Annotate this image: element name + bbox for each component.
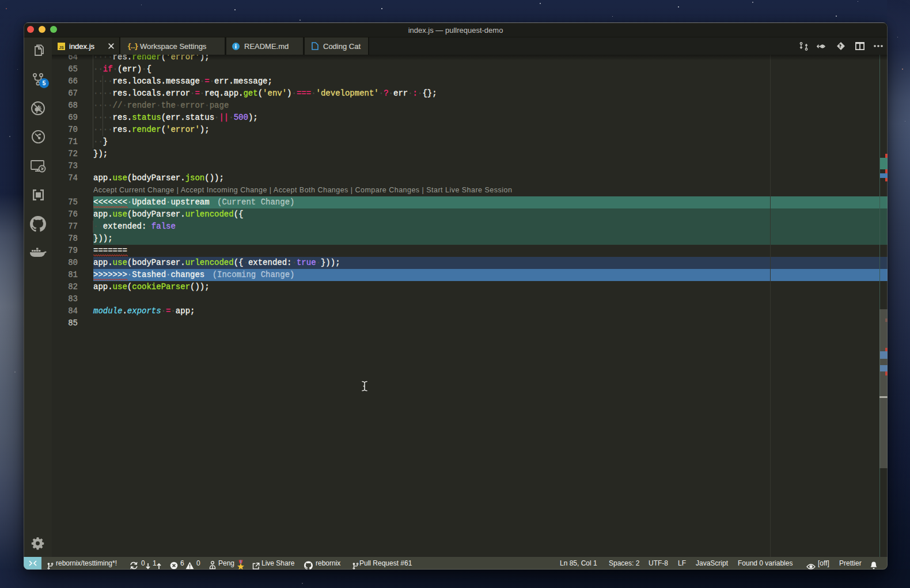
svg-text:JS: JS xyxy=(59,45,65,50)
